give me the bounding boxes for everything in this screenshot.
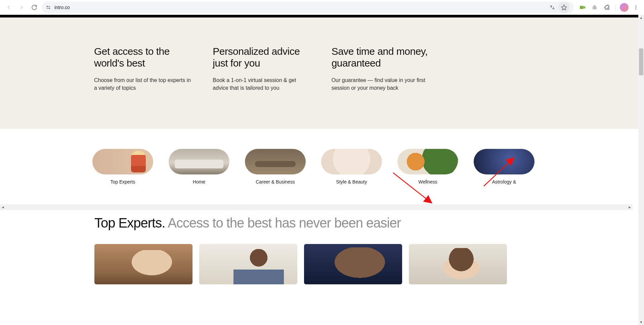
category-top-experts[interactable]: Top Experts — [92, 149, 153, 185]
features-section: Get access to the world's best Choose fr… — [0, 17, 638, 129]
site-settings-icon[interactable] — [46, 5, 51, 10]
category-wellness[interactable]: Wellness — [397, 149, 458, 185]
top-black-bar — [0, 15, 638, 17]
category-image — [169, 149, 229, 174]
expert-card[interactable] — [94, 244, 192, 284]
extension-video-icon[interactable] — [578, 3, 587, 12]
chrome-menu-icon[interactable] — [631, 3, 641, 12]
top-experts-heading: Top Experts. Access to the best has neve… — [94, 215, 638, 231]
vertical-scrollbar[interactable]: ▲ ▼ — [638, 15, 644, 325]
category-home[interactable]: Home — [169, 149, 229, 185]
category-label: Style & Beauty — [321, 179, 382, 185]
svg-point-5 — [636, 5, 637, 6]
category-label: Top Experts — [92, 179, 153, 185]
bookmark-button[interactable] — [558, 2, 570, 13]
toolbar-divider — [615, 4, 616, 11]
expert-card[interactable] — [199, 244, 297, 284]
category-style-beauty[interactable]: Style & Beauty — [321, 149, 382, 185]
address-bar[interactable]: intro.co — [42, 2, 574, 13]
expert-card[interactable] — [409, 244, 507, 284]
feature-desc: Choose from our list of the top experts … — [94, 76, 192, 92]
category-image — [397, 149, 458, 174]
categories-track[interactable]: Top Experts Home Career & Business Style… — [92, 149, 534, 185]
horizontal-scrollbar[interactable]: ◄ ► — [0, 204, 633, 210]
scroll-down-icon[interactable]: ▼ — [638, 319, 644, 325]
category-label: Astrology & — [474, 179, 534, 185]
feature-title: Personalized advice just for you — [213, 46, 311, 69]
heading-rest: Access to the best has never been easier — [165, 215, 401, 230]
feature-desc: Our guarantee — find value in your first… — [332, 76, 430, 92]
category-image — [474, 149, 534, 174]
svg-point-7 — [636, 8, 637, 9]
feature-desc: Book a 1-on-1 virtual session & get advi… — [213, 76, 311, 92]
svg-rect-4 — [580, 6, 584, 9]
svg-point-0 — [47, 6, 48, 7]
feature-personalized: Personalized advice just for you Book a … — [213, 46, 311, 92]
svg-point-2 — [49, 8, 50, 9]
feature-title: Save time and money, guaranteed — [332, 46, 430, 69]
categories-carousel: Top Experts Home Career & Business Style… — [0, 129, 638, 210]
scroll-left-icon[interactable]: ◄ — [0, 204, 6, 210]
top-experts-section: Top Experts. Access to the best has neve… — [0, 210, 638, 284]
translate-icon[interactable] — [550, 5, 555, 10]
scrollbar-thumb[interactable] — [639, 48, 643, 75]
category-image — [321, 149, 382, 174]
expert-card[interactable] — [304, 244, 402, 284]
category-label: Career & Business — [245, 179, 306, 185]
category-label: Wellness — [397, 179, 458, 185]
page-viewport: Get access to the world's best Choose fr… — [0, 15, 644, 325]
browser-toolbar: intro.co — [0, 0, 644, 15]
extensions-puzzle-icon[interactable] — [602, 3, 611, 12]
scroll-right-icon[interactable]: ► — [627, 204, 633, 210]
feature-access: Get access to the world's best Choose fr… — [94, 46, 192, 92]
category-image — [92, 149, 153, 174]
url-text: intro.co — [54, 5, 70, 10]
category-astrology[interactable]: Astrology & — [474, 149, 534, 185]
svg-point-6 — [636, 7, 637, 8]
scroll-up-icon[interactable]: ▲ — [638, 15, 644, 21]
category-career-business[interactable]: Career & Business — [245, 149, 306, 185]
feature-title: Get access to the world's best — [94, 46, 192, 69]
profile-avatar[interactable] — [620, 3, 629, 12]
forward-button[interactable] — [16, 2, 27, 13]
extension-grey-icon[interactable] — [590, 3, 599, 12]
feature-guarantee: Save time and money, guaranteed Our guar… — [332, 46, 430, 92]
reload-button[interactable] — [29, 2, 40, 13]
heading-bold: Top Experts. — [94, 215, 165, 230]
expert-cards — [94, 244, 638, 284]
back-button[interactable] — [3, 2, 14, 13]
browser-actions — [576, 3, 641, 12]
category-label: Home — [169, 179, 229, 185]
category-image — [245, 149, 306, 174]
